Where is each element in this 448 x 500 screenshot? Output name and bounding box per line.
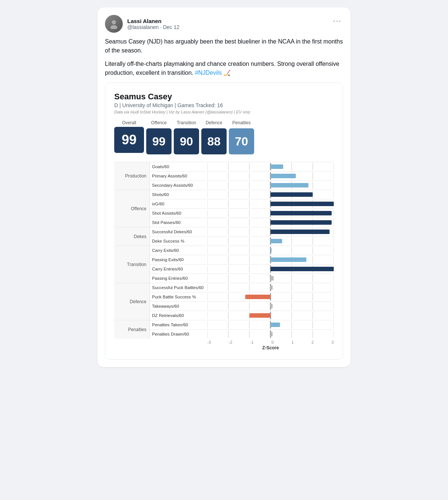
group-label-offence: Offence [114, 190, 150, 227]
bar-cell [207, 302, 334, 311]
bar-cell [207, 190, 334, 199]
chart-credits: Data via Hudl InStat Hockey | Viz by Las… [114, 110, 334, 114]
tweet-date-separator: · [160, 24, 163, 30]
axis-label: -3 [207, 340, 211, 344]
bar-svg [207, 265, 334, 273]
svg-point-0 [112, 20, 116, 24]
metric-label: Successful Dekes/60 [150, 227, 207, 237]
metric-label: DZ Retrievals/60 [150, 311, 207, 320]
bar-svg [207, 302, 334, 310]
svg-rect-129 [271, 304, 273, 308]
svg-rect-25 [271, 183, 308, 188]
svg-rect-105 [271, 276, 274, 281]
bar-cell [207, 218, 334, 227]
offence-group: Offence Transition Defence Penalties 99 … [146, 120, 254, 154]
svg-point-1 [111, 25, 117, 29]
bar-svg [207, 200, 334, 208]
metric-label: Goals/60 [150, 162, 207, 172]
svg-rect-89 [271, 257, 306, 262]
more-options-button[interactable]: ··· [332, 15, 343, 26]
bar-cell [207, 199, 334, 209]
author-handle-date: @lassialanen · Dec 12 [127, 24, 179, 30]
axis-label: 1 [291, 340, 294, 344]
bar-cell [207, 283, 334, 292]
bar-svg [207, 330, 334, 338]
metric-label: Shot Assists/60 [150, 209, 207, 218]
svg-rect-113 [271, 285, 273, 290]
svg-rect-9 [271, 164, 283, 169]
bar-svg [207, 256, 334, 263]
penalties-score-box: 70 [229, 128, 254, 154]
chart-row: DekesSuccessful Dekes/60 [114, 227, 334, 237]
metric-label: Deke Success % [150, 237, 207, 246]
svg-rect-145 [271, 323, 280, 327]
bar-svg [207, 237, 334, 245]
bar-svg [207, 284, 334, 291]
svg-rect-17 [271, 174, 296, 178]
svg-rect-33 [271, 192, 313, 197]
penalties-label: Penalties [229, 120, 254, 125]
chart-row: OffenceShots/60 [114, 190, 334, 199]
bar-svg [207, 163, 334, 170]
overall-score-group: Overall 99 [114, 120, 144, 153]
bar-chart-table: ProductionGoals/60 Primary Assists/60 Se… [114, 162, 334, 339]
group-label-defence: Defence [114, 283, 150, 320]
bar-svg [207, 293, 334, 301]
metric-label: Penalties Drawn/60 [150, 330, 207, 339]
group-label-transition: Transition [114, 246, 150, 283]
tweet-header: Lassi Alanen @lassialanen · Dec 12 ··· [105, 15, 343, 33]
bar-cell [207, 320, 334, 330]
bar-svg [207, 172, 334, 180]
metric-label: ixG/60 [150, 199, 207, 209]
bar-cell [207, 172, 334, 181]
svg-rect-137 [249, 313, 271, 318]
tweet-p2-text: Literally off-the-charts playmaking and … [105, 61, 339, 76]
bar-chart-area: ProductionGoals/60 Primary Assists/60 Se… [114, 162, 334, 350]
transition-label: Transition [174, 120, 199, 125]
tweet-date: Dec 12 [163, 24, 179, 30]
svg-rect-121 [245, 295, 271, 299]
bar-cell [207, 330, 334, 339]
bar-cell [207, 237, 334, 246]
transition-score-box: 90 [174, 128, 199, 154]
svg-rect-153 [271, 332, 273, 336]
tweet-body: Seamus Casey (NJD) has arguably been the… [105, 37, 343, 77]
hashtag-njdevils[interactable]: #NJDevils [195, 70, 222, 76]
metric-label: Secondary Assists/60 [150, 181, 207, 190]
axis-labels-row: -3-2-10123 [114, 340, 334, 344]
author-handle[interactable]: @lassialanen [127, 24, 159, 30]
tweet-paragraph-1: Seamus Casey (NJD) has arguably been the… [105, 37, 343, 55]
metric-label: Carry Entries/60 [150, 265, 207, 274]
bar-cell [207, 209, 334, 218]
chart-row: TransitionCarry Exits/60 [114, 246, 334, 255]
group-label-penalties: Penalties [114, 320, 150, 339]
tweet-header-left: Lassi Alanen @lassialanen · Dec 12 [105, 15, 179, 33]
axis-label: 3 [332, 340, 334, 344]
bar-cell [207, 162, 334, 172]
bar-svg [207, 312, 334, 319]
svg-rect-65 [271, 230, 330, 234]
svg-rect-73 [271, 239, 282, 243]
bar-cell [207, 311, 334, 320]
chart-row: DefenceSuccessful Puck Battles/60 [114, 283, 334, 292]
offence-scores-row: 99 90 88 70 [146, 128, 254, 154]
svg-rect-81 [271, 248, 272, 253]
bar-cell [207, 255, 334, 265]
zscore-label: Z-Score [114, 345, 334, 350]
chart-row: ProductionGoals/60 [114, 162, 334, 172]
bar-svg [207, 247, 334, 254]
tweet-card: Lassi Alanen @lassialanen · Dec 12 ··· S… [97, 7, 351, 367]
bar-cell [207, 181, 334, 190]
avatar [105, 15, 123, 33]
svg-rect-41 [271, 202, 334, 206]
bar-svg [207, 191, 334, 198]
author-name: Lassi Alanen [127, 18, 179, 24]
bar-svg [207, 275, 334, 282]
axis-label: -2 [228, 340, 232, 344]
scores-section: Overall 99 Offence Transition Defence Pe… [114, 120, 334, 154]
metric-label: Successful Puck Battles/60 [150, 283, 207, 292]
bar-cell [207, 246, 334, 255]
metric-label: Primary Assists/60 [150, 172, 207, 181]
svg-rect-97 [271, 267, 334, 271]
metric-label: Carry Exits/60 [150, 246, 207, 255]
